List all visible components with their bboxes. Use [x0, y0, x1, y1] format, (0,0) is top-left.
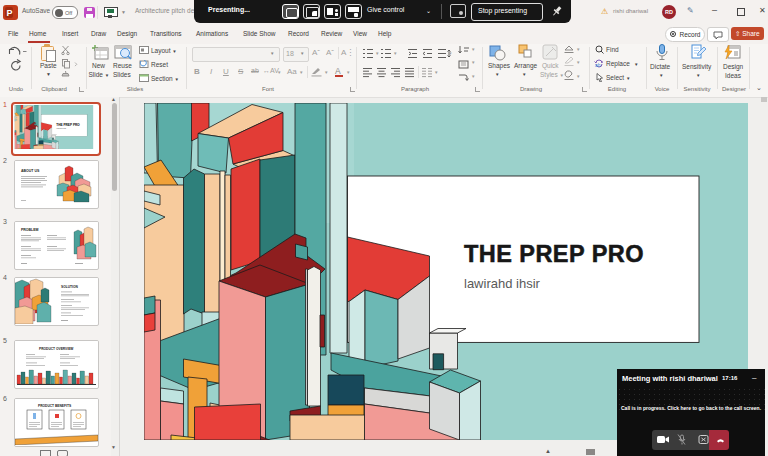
- svg-text:SOLUTION: SOLUTION: [61, 285, 78, 289]
- svg-text:PROBLEM: PROBLEM: [21, 228, 39, 232]
- svg-text:PRODUCT OVERVIEW: PRODUCT OVERVIEW: [39, 347, 74, 351]
- svg-text:ab: ab: [595, 62, 601, 68]
- svg-text:PRODUCT BENEFITS: PRODUCT BENEFITS: [38, 404, 72, 408]
- svg-text:ABOUT US: ABOUT US: [21, 169, 40, 173]
